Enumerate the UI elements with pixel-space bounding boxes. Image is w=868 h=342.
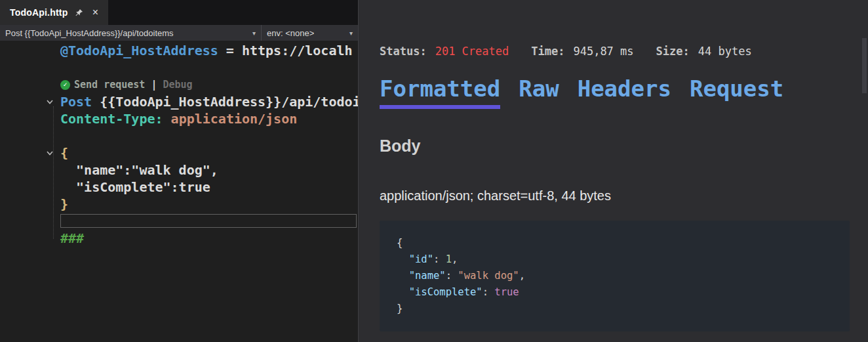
variable-value-token: = https://localh bbox=[218, 43, 353, 58]
json-code-line: { bbox=[397, 235, 850, 251]
json-code-line: "isComplete": true bbox=[397, 284, 850, 301]
response-tab[interactable]: Formatted bbox=[380, 76, 500, 109]
tab-todoapi-http[interactable]: TodoApi.http × bbox=[0, 0, 108, 25]
editor-line-blank[interactable] bbox=[0, 59, 358, 76]
json-token bbox=[397, 286, 409, 298]
chevron-down-icon: ▾ bbox=[349, 30, 353, 37]
json-complete-token: "isComplete":true bbox=[60, 179, 210, 196]
codelens-line: ✓ Send request | Debug bbox=[0, 76, 358, 93]
url-token: {{TodoApi_HostAddress}}/api/todoi bbox=[92, 94, 358, 110]
pin-icon-svg bbox=[75, 9, 83, 17]
time-label: Time: bbox=[531, 45, 564, 58]
json-code-line: "name": "walk dog", bbox=[397, 268, 850, 284]
editor-line-current[interactable] bbox=[0, 213, 358, 230]
editor-gutter bbox=[0, 144, 60, 161]
response-content: Status: 201 Created Time: 945,87 ms Size… bbox=[359, 0, 868, 331]
fold-chevron-icon[interactable] bbox=[46, 99, 54, 105]
size-value: 44 bytes bbox=[698, 45, 752, 58]
response-pane: Status: 201 Created Time: 945,87 ms Size… bbox=[358, 0, 868, 342]
response-status-row: Status: 201 Created Time: 945,87 ms Size… bbox=[380, 45, 850, 58]
editor-gutter bbox=[0, 230, 60, 247]
code-text: @TodoApi_HostAddress = https://localh bbox=[60, 42, 353, 59]
variable-name-token: @TodoApi_HostAddress bbox=[60, 43, 218, 58]
body-heading: Body bbox=[380, 137, 850, 156]
response-tab[interactable]: Request bbox=[690, 76, 783, 109]
json-token: 1 bbox=[446, 253, 452, 265]
send-request-link[interactable]: Send request bbox=[74, 76, 145, 93]
json-token: "isComplete" bbox=[409, 286, 483, 298]
debug-link[interactable]: Debug bbox=[163, 76, 192, 93]
editor-line-brace-open[interactable]: { bbox=[0, 144, 358, 161]
header-name-token: Content-Type: bbox=[60, 111, 163, 127]
editor-gutter bbox=[0, 179, 60, 196]
app-window: TodoApi.http × Post {{TodoApi_HostAddres… bbox=[0, 0, 868, 342]
json-token bbox=[397, 253, 409, 265]
fold-chevron-icon[interactable] bbox=[46, 150, 54, 156]
status-label: Status: bbox=[380, 45, 427, 58]
code-editor[interactable]: @TodoApi_HostAddress = https://localh ✓ … bbox=[0, 41, 358, 342]
editor-line-request[interactable]: Post {{TodoApi_HostAddress}}/api/todoi bbox=[0, 93, 358, 110]
json-token: } bbox=[397, 303, 403, 314]
json-code-line: "id": 1, bbox=[397, 251, 850, 268]
scrollbar-thumb[interactable] bbox=[862, 38, 867, 93]
header-value-token: application/json bbox=[163, 111, 298, 127]
editor-line-header[interactable]: Content-Type: application/json bbox=[0, 110, 358, 127]
json-token: : bbox=[446, 270, 458, 282]
tab-title: TodoApi.http bbox=[10, 7, 68, 18]
size-group: Size: 44 bytes bbox=[656, 45, 752, 58]
json-name-token: "name":"walk dog", bbox=[60, 161, 218, 179]
editor-gutter bbox=[0, 196, 60, 213]
close-icon[interactable]: × bbox=[90, 7, 100, 18]
pin-icon[interactable] bbox=[73, 7, 84, 18]
json-code-line: } bbox=[397, 301, 850, 317]
codelens-divider: | bbox=[151, 76, 157, 93]
json-token: : bbox=[483, 286, 495, 298]
editor-line-delimiter[interactable]: ### bbox=[0, 230, 358, 247]
content-type-summary: application/json; charset=utf-8, 44 byte… bbox=[380, 188, 850, 203]
json-token: true bbox=[494, 286, 519, 298]
editor-line-brace-close[interactable]: } bbox=[0, 196, 358, 213]
editor-line-json-name[interactable]: "name":"walk dog", bbox=[0, 161, 358, 179]
status-value: 201 Created bbox=[435, 45, 509, 58]
response-tab[interactable]: Headers bbox=[578, 76, 671, 109]
editor-line-blank[interactable] bbox=[0, 127, 358, 144]
editor-line-json-complete[interactable]: "isComplete":true bbox=[0, 179, 358, 196]
editor-gutter bbox=[0, 93, 60, 110]
editor-gutter bbox=[0, 213, 60, 230]
request-selector-label: Post {{TodoApi_HostAddress}}/api/todoite… bbox=[5, 28, 174, 38]
response-body-code: { "id": 1, "name": "walk dog", "isComple… bbox=[380, 221, 850, 331]
code-text: Content-Type: application/json bbox=[60, 110, 297, 127]
size-label: Size: bbox=[656, 45, 690, 58]
json-token: "name" bbox=[409, 270, 446, 282]
response-tab[interactable]: Raw bbox=[519, 76, 559, 109]
editor-pane: TodoApi.http × Post {{TodoApi_HostAddres… bbox=[0, 0, 358, 342]
time-value: 945,87 ms bbox=[573, 45, 633, 58]
json-token bbox=[397, 270, 409, 282]
codelens-content: ✓ Send request | Debug bbox=[60, 76, 193, 93]
chevron-down-icon: ▾ bbox=[252, 30, 256, 37]
editor-gutter bbox=[0, 42, 60, 59]
brace-token: { bbox=[60, 144, 68, 161]
response-tabs: Formatted Raw Headers Request bbox=[380, 76, 850, 109]
json-token: "walk dog" bbox=[458, 270, 519, 282]
env-selector-label: env: <none> bbox=[267, 28, 314, 38]
json-token: , bbox=[519, 270, 525, 282]
brace-token: } bbox=[60, 196, 68, 213]
request-toolbar: Post {{TodoApi_HostAddress}}/api/todoite… bbox=[0, 25, 358, 41]
json-token: , bbox=[452, 253, 458, 265]
time-group: Time: 945,87 ms bbox=[531, 45, 633, 58]
current-line-highlight bbox=[60, 214, 357, 228]
editor-gutter bbox=[0, 110, 60, 127]
status-group: Status: 201 Created bbox=[380, 45, 509, 58]
request-selector[interactable]: Post {{TodoApi_HostAddress}}/api/todoite… bbox=[0, 25, 261, 41]
http-method-token: Post bbox=[60, 94, 92, 110]
tab-bar: TodoApi.http × bbox=[0, 0, 358, 25]
request-delimiter-token: ### bbox=[60, 230, 84, 247]
editor-line-variable[interactable]: @TodoApi_HostAddress = https://localh bbox=[0, 42, 358, 59]
json-token: { bbox=[397, 237, 403, 249]
env-selector[interactable]: env: <none> ▾ bbox=[261, 25, 358, 41]
json-token: "id" bbox=[409, 253, 433, 265]
editor-gutter bbox=[0, 161, 60, 179]
json-token: : bbox=[433, 253, 446, 265]
code-text: Post {{TodoApi_HostAddress}}/api/todoi bbox=[60, 93, 358, 110]
